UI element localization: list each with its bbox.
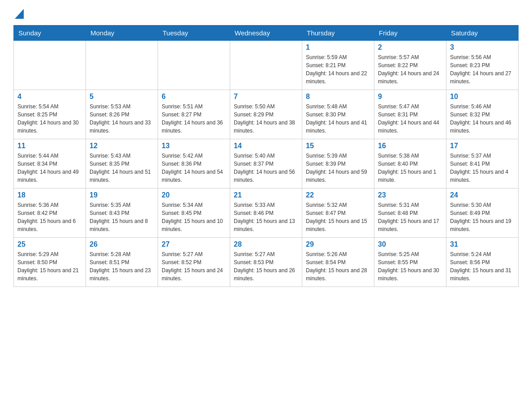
day-cell-7: 7Sunrise: 5:50 AMSunset: 8:29 PMDaylight… [230, 90, 302, 139]
day-info: Sunrise: 5:51 AMSunset: 8:27 PMDaylight:… [162, 103, 226, 135]
day-cell-11: 11Sunrise: 5:44 AMSunset: 8:34 PMDayligh… [14, 139, 86, 188]
day-number: 29 [306, 240, 370, 248]
day-info: Sunrise: 5:43 AMSunset: 8:35 PMDaylight:… [90, 152, 154, 184]
page-header [13, 9, 519, 21]
day-number: 17 [450, 142, 515, 150]
calendar-table: SundayMondayTuesdayWednesdayThursdayFrid… [13, 25, 519, 287]
week-row-3: 11Sunrise: 5:44 AMSunset: 8:34 PMDayligh… [14, 139, 519, 188]
day-info: Sunrise: 5:27 AMSunset: 8:53 PMDaylight:… [234, 250, 298, 283]
day-info: Sunrise: 5:44 AMSunset: 8:34 PMDaylight:… [17, 152, 82, 184]
day-info: Sunrise: 5:46 AMSunset: 8:32 PMDaylight:… [450, 103, 515, 135]
day-cell-16: 16Sunrise: 5:38 AMSunset: 8:40 PMDayligh… [374, 139, 446, 188]
day-cell-25: 25Sunrise: 5:29 AMSunset: 8:50 PMDayligh… [14, 238, 86, 287]
day-info: Sunrise: 5:27 AMSunset: 8:52 PMDaylight:… [162, 250, 226, 283]
empty-cell [158, 41, 230, 90]
day-info: Sunrise: 5:36 AMSunset: 8:42 PMDaylight:… [17, 201, 82, 233]
day-info: Sunrise: 5:53 AMSunset: 8:26 PMDaylight:… [90, 103, 154, 135]
day-number: 8 [306, 93, 370, 101]
day-info: Sunrise: 5:37 AMSunset: 8:41 PMDaylight:… [450, 152, 515, 184]
day-cell-29: 29Sunrise: 5:26 AMSunset: 8:54 PMDayligh… [302, 238, 374, 287]
weekday-header-friday: Friday [374, 26, 446, 41]
day-cell-19: 19Sunrise: 5:35 AMSunset: 8:43 PMDayligh… [86, 188, 158, 238]
day-info: Sunrise: 5:56 AMSunset: 8:23 PMDaylight:… [450, 53, 515, 86]
day-number: 3 [450, 43, 515, 51]
day-cell-28: 28Sunrise: 5:27 AMSunset: 8:53 PMDayligh… [230, 238, 302, 287]
day-number: 26 [90, 240, 154, 248]
day-number: 22 [306, 191, 370, 199]
day-cell-21: 21Sunrise: 5:33 AMSunset: 8:46 PMDayligh… [230, 188, 302, 238]
day-info: Sunrise: 5:25 AMSunset: 8:55 PMDaylight:… [378, 250, 442, 283]
day-cell-17: 17Sunrise: 5:37 AMSunset: 8:41 PMDayligh… [446, 139, 519, 188]
weekday-header-saturday: Saturday [446, 26, 519, 41]
week-row-1: 1Sunrise: 5:59 AMSunset: 8:21 PMDaylight… [14, 41, 519, 90]
empty-cell [230, 41, 302, 90]
day-cell-15: 15Sunrise: 5:39 AMSunset: 8:39 PMDayligh… [302, 139, 374, 188]
day-info: Sunrise: 5:48 AMSunset: 8:30 PMDaylight:… [306, 103, 370, 135]
day-number: 19 [90, 191, 154, 199]
day-cell-26: 26Sunrise: 5:28 AMSunset: 8:51 PMDayligh… [86, 238, 158, 287]
day-cell-6: 6Sunrise: 5:51 AMSunset: 8:27 PMDaylight… [158, 90, 230, 139]
day-number: 5 [90, 93, 154, 101]
day-number: 9 [378, 93, 442, 101]
day-cell-23: 23Sunrise: 5:31 AMSunset: 8:48 PMDayligh… [374, 188, 446, 238]
day-number: 18 [17, 191, 82, 199]
day-info: Sunrise: 5:47 AMSunset: 8:31 PMDaylight:… [378, 103, 442, 135]
day-info: Sunrise: 5:42 AMSunset: 8:36 PMDaylight:… [162, 152, 226, 184]
day-info: Sunrise: 5:54 AMSunset: 8:25 PMDaylight:… [17, 103, 82, 135]
day-number: 14 [234, 142, 298, 150]
day-info: Sunrise: 5:29 AMSunset: 8:50 PMDaylight:… [17, 250, 82, 283]
day-cell-2: 2Sunrise: 5:57 AMSunset: 8:22 PMDaylight… [374, 41, 446, 90]
day-number: 10 [450, 93, 515, 101]
empty-cell [14, 41, 86, 90]
day-number: 23 [378, 191, 442, 199]
day-info: Sunrise: 5:24 AMSunset: 8:56 PMDaylight:… [450, 250, 515, 283]
day-info: Sunrise: 5:31 AMSunset: 8:48 PMDaylight:… [378, 201, 442, 233]
day-number: 7 [234, 93, 298, 101]
day-number: 13 [162, 142, 226, 150]
day-number: 31 [450, 240, 515, 248]
day-number: 2 [378, 43, 442, 51]
day-info: Sunrise: 5:30 AMSunset: 8:49 PMDaylight:… [450, 201, 515, 233]
day-cell-30: 30Sunrise: 5:25 AMSunset: 8:55 PMDayligh… [374, 238, 446, 287]
day-cell-5: 5Sunrise: 5:53 AMSunset: 8:26 PMDaylight… [86, 90, 158, 139]
day-info: Sunrise: 5:40 AMSunset: 8:37 PMDaylight:… [234, 152, 298, 184]
day-cell-9: 9Sunrise: 5:47 AMSunset: 8:31 PMDaylight… [374, 90, 446, 139]
day-info: Sunrise: 5:50 AMSunset: 8:29 PMDaylight:… [234, 103, 298, 135]
day-info: Sunrise: 5:38 AMSunset: 8:40 PMDaylight:… [378, 152, 442, 184]
day-number: 25 [17, 240, 82, 248]
svg-marker-0 [15, 9, 24, 19]
day-number: 30 [378, 240, 442, 248]
weekday-header-sunday: Sunday [14, 26, 86, 41]
weekday-header-wednesday: Wednesday [230, 26, 302, 41]
week-row-5: 25Sunrise: 5:29 AMSunset: 8:50 PMDayligh… [14, 238, 519, 287]
day-number: 4 [17, 93, 82, 101]
day-number: 1 [306, 43, 370, 51]
day-info: Sunrise: 5:26 AMSunset: 8:54 PMDaylight:… [306, 250, 370, 283]
weekday-header-tuesday: Tuesday [158, 26, 230, 41]
day-cell-12: 12Sunrise: 5:43 AMSunset: 8:35 PMDayligh… [86, 139, 158, 188]
day-cell-4: 4Sunrise: 5:54 AMSunset: 8:25 PMDaylight… [14, 90, 86, 139]
day-number: 24 [450, 191, 515, 199]
day-cell-1: 1Sunrise: 5:59 AMSunset: 8:21 PMDaylight… [302, 41, 374, 90]
day-info: Sunrise: 5:28 AMSunset: 8:51 PMDaylight:… [90, 250, 154, 283]
day-cell-27: 27Sunrise: 5:27 AMSunset: 8:52 PMDayligh… [158, 238, 230, 287]
empty-cell [86, 41, 158, 90]
day-info: Sunrise: 5:35 AMSunset: 8:43 PMDaylight:… [90, 201, 154, 233]
day-number: 12 [90, 142, 154, 150]
day-info: Sunrise: 5:59 AMSunset: 8:21 PMDaylight:… [306, 53, 370, 86]
day-number: 27 [162, 240, 226, 248]
week-row-4: 18Sunrise: 5:36 AMSunset: 8:42 PMDayligh… [14, 188, 519, 238]
day-cell-22: 22Sunrise: 5:32 AMSunset: 8:47 PMDayligh… [302, 188, 374, 238]
day-number: 16 [378, 142, 442, 150]
day-cell-3: 3Sunrise: 5:56 AMSunset: 8:23 PMDaylight… [446, 41, 519, 90]
day-info: Sunrise: 5:32 AMSunset: 8:47 PMDaylight:… [306, 201, 370, 233]
day-cell-8: 8Sunrise: 5:48 AMSunset: 8:30 PMDaylight… [302, 90, 374, 139]
logo-triangle-icon [15, 9, 24, 19]
logo [13, 9, 24, 21]
week-row-2: 4Sunrise: 5:54 AMSunset: 8:25 PMDaylight… [14, 90, 519, 139]
day-cell-20: 20Sunrise: 5:34 AMSunset: 8:45 PMDayligh… [158, 188, 230, 238]
day-info: Sunrise: 5:39 AMSunset: 8:39 PMDaylight:… [306, 152, 370, 184]
day-number: 28 [234, 240, 298, 248]
day-info: Sunrise: 5:34 AMSunset: 8:45 PMDaylight:… [162, 201, 226, 233]
day-cell-14: 14Sunrise: 5:40 AMSunset: 8:37 PMDayligh… [230, 139, 302, 188]
